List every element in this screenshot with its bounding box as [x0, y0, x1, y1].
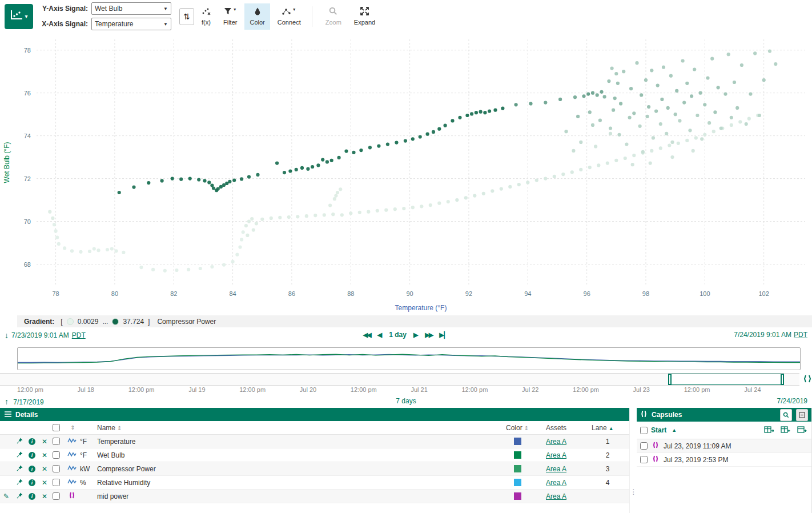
asset-link[interactable]: Area A — [546, 451, 592, 459]
asset-link[interactable]: Area A — [546, 465, 592, 473]
remove-icon[interactable]: ✕ — [39, 451, 50, 459]
step-back-icon[interactable]: ◀ — [377, 331, 382, 339]
info-icon[interactable]: i — [29, 438, 35, 445]
pin-icon[interactable] — [13, 479, 26, 487]
remove-icon[interactable]: ✕ — [39, 479, 50, 487]
remove-icon[interactable]: ✕ — [39, 492, 50, 500]
table-arrow-icon[interactable] — [764, 426, 774, 435]
investigate-end-link[interactable]: 7/24/2019 — [777, 397, 807, 405]
svg-text:76: 76 — [24, 90, 31, 97]
signal-name: Wet Bulb — [97, 451, 506, 459]
investigate-start-link[interactable]: 7/17/2019 — [13, 398, 43, 406]
pin-icon[interactable] — [13, 438, 26, 446]
svg-text:102: 102 — [758, 290, 769, 297]
color-swatch[interactable] — [514, 465, 521, 472]
swap-axes-button[interactable]: ⇅ — [179, 8, 194, 25]
info-icon[interactable]: i — [29, 452, 35, 459]
step-to-now-icon[interactable]: ▶▏ — [439, 331, 449, 339]
connect-button[interactable]: ▼ Connect — [272, 3, 306, 30]
timeline-label: Jul 18 — [78, 386, 94, 393]
edit-pencil-icon[interactable]: ✎ — [0, 492, 13, 500]
range-duration-link[interactable]: 7 days — [396, 397, 416, 405]
selection-left-handle[interactable] — [668, 374, 672, 385]
color-button[interactable]: Color — [244, 3, 270, 30]
timeline-selection[interactable] — [670, 374, 782, 385]
row-checkbox[interactable] — [53, 465, 60, 472]
svg-text:90: 90 — [406, 290, 413, 297]
step-forward-icon[interactable]: ▶ — [413, 331, 418, 339]
color-swatch[interactable] — [514, 451, 521, 459]
table-plus-icon[interactable] — [797, 426, 807, 435]
step-forward-half-icon[interactable]: ▶▶ — [425, 331, 432, 339]
asset-link[interactable]: Area A — [546, 479, 592, 487]
sort-icon[interactable]: ⇕ — [524, 425, 529, 431]
svg-text:88: 88 — [347, 290, 354, 297]
capsules-search-button[interactable] — [780, 409, 792, 421]
color-column-header[interactable]: Color — [506, 424, 522, 432]
color-swatch[interactable] — [514, 479, 521, 486]
capsule-start-time: Jul 23, 2019 2:53 PM — [664, 456, 728, 464]
timeline-capsules-icon[interactable] — [803, 375, 812, 384]
x-axis-select[interactable]: Temperature▼ — [91, 18, 171, 30]
color-swatch[interactable] — [514, 492, 521, 500]
table-plus-icon[interactable] — [781, 426, 790, 435]
timezone-link[interactable]: PDT — [794, 331, 807, 339]
capsules-select-all-checkbox[interactable] — [640, 427, 648, 434]
scatter-chart[interactable]: 7880828486889092949698100102687072747678… — [0, 33, 812, 315]
signal-name: Relative Humidity — [97, 479, 506, 487]
selection-right-handle[interactable] — [781, 374, 784, 385]
pin-icon[interactable] — [13, 492, 26, 500]
timeline-label: Jul 23 — [633, 386, 650, 393]
trend-overview[interactable] — [17, 347, 801, 370]
step-back-half-icon[interactable]: ◀◀ — [363, 331, 371, 339]
asset-link[interactable]: Area A — [546, 492, 592, 500]
select-all-checkbox[interactable] — [53, 424, 60, 431]
lane-column-header[interactable]: Lane — [592, 424, 607, 432]
info-icon[interactable]: i — [29, 479, 35, 486]
pin-icon[interactable] — [13, 451, 26, 459]
capsules-collapse-button[interactable] — [796, 409, 808, 421]
remove-icon[interactable]: ✕ — [39, 465, 50, 473]
table-row: i ✕ kW Compressor Power Area A 3 — [0, 462, 629, 476]
info-icon[interactable]: i — [29, 466, 35, 472]
display-start-link[interactable]: 7/23/2019 9:01 AM — [11, 331, 69, 339]
y-axis-select[interactable]: Wet Bulb▼ — [91, 2, 171, 15]
sort-icon[interactable]: ⇕ — [117, 425, 122, 431]
asset-link[interactable]: Area A — [546, 438, 592, 446]
timeline-label: 12:00 pm — [351, 386, 377, 393]
info-icon[interactable]: i — [29, 493, 35, 500]
fx-button[interactable]: f(x) — [196, 3, 216, 30]
gradient-max-value: 37.724 — [123, 318, 144, 326]
row-checkbox[interactable] — [53, 451, 60, 459]
sort-type-icon[interactable]: ⇕ — [66, 424, 80, 431]
capsule-checkbox[interactable] — [640, 456, 648, 463]
assets-column-header[interactable]: Assets — [546, 424, 592, 432]
timezone-link[interactable]: PDT — [72, 331, 86, 339]
row-checkbox[interactable] — [53, 479, 60, 486]
panel-splitter[interactable]: ⋮ — [629, 408, 637, 513]
start-column-header[interactable]: Start — [651, 426, 666, 434]
scatter-plot-icon — [10, 10, 23, 23]
timeline-axis: 12:00 pmJul 1812:00 pmJul 1912:00 pmJul … — [0, 386, 812, 394]
swap-axes-icon: ⇅ — [183, 12, 190, 21]
expand-button[interactable]: Expand — [349, 3, 380, 30]
name-column-header[interactable]: Name — [97, 424, 115, 432]
remove-icon[interactable]: ✕ — [39, 438, 50, 446]
unit-label: kW — [80, 465, 97, 473]
row-checkbox[interactable] — [53, 492, 60, 500]
unit-label: °F — [80, 438, 97, 446]
svg-text:Wet Bulb (°F): Wet Bulb (°F) — [3, 142, 11, 183]
duration-label[interactable]: 1 day — [389, 331, 407, 339]
table-row: ✎ i ✕ mid power Area A — [0, 490, 629, 503]
scatter-plot-view-button[interactable]: ▾ — [5, 4, 33, 29]
sort-asc-icon: ▲ — [609, 426, 614, 431]
timeline-track[interactable] — [0, 373, 799, 386]
color-swatch[interactable] — [514, 438, 521, 445]
pin-icon[interactable] — [13, 465, 26, 473]
display-end-link[interactable]: 7/24/2019 9:01 AM — [734, 331, 791, 339]
filter-button[interactable]: ▼ Filter — [218, 3, 242, 30]
row-checkbox[interactable] — [53, 438, 60, 445]
toolbar-separator — [312, 6, 312, 27]
capsule-row: Jul 23, 2019 2:53 PM — [637, 453, 811, 467]
capsule-checkbox[interactable] — [640, 442, 648, 450]
